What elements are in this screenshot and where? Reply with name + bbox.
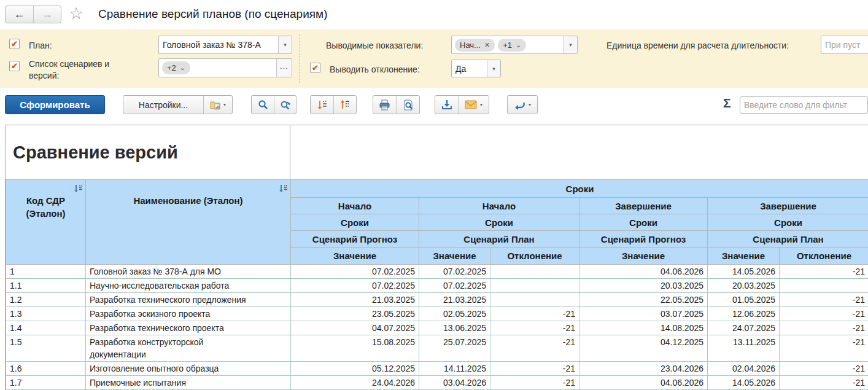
search-button[interactable] (252, 96, 274, 114)
report-variants-button[interactable]: ▾ (203, 96, 232, 114)
totals-sigma-icon[interactable]: Σ (723, 96, 731, 111)
forward-button[interactable]: → (33, 6, 61, 23)
filter-word-input[interactable] (740, 100, 867, 110)
deviation-combobox[interactable]: Да ▾ (451, 60, 501, 77)
cell-value[interactable]: 20.03.2025 (579, 279, 708, 293)
cell-value[interactable]: 14.08.2025 (579, 321, 708, 335)
cell-code[interactable]: 1.7 (6, 376, 86, 390)
cell-name[interactable]: Разработка технического предложения (86, 293, 291, 307)
cell-deviation[interactable]: -21 (780, 376, 868, 390)
cell-value[interactable]: 23.04.2026 (579, 362, 708, 376)
cell-value[interactable]: 03.07.2025 (579, 307, 708, 321)
sort-descending-icon[interactable] (74, 184, 83, 193)
cell-value[interactable]: 05.12.2025 (291, 362, 419, 376)
cell-code[interactable]: 1.5 (6, 335, 86, 362)
deviation-dropdown-button[interactable]: ▾ (487, 60, 500, 77)
indicators-combobox[interactable]: Нач...✕ +1⌄ ▾ (451, 36, 578, 54)
plan-dropdown-button[interactable]: ▾ (278, 36, 292, 53)
cell-value[interactable] (780, 279, 868, 293)
cell-deviation[interactable]: 02.05.2025 (419, 307, 490, 321)
cell-deviation[interactable]: -21 (490, 321, 579, 335)
deviation-checkbox[interactable]: ✔ (310, 63, 320, 73)
cell-value[interactable]: 07.02.2025 (419, 265, 490, 279)
search-reset-button[interactable] (274, 96, 296, 114)
cell-deviation[interactable]: 14.05.2026 (708, 376, 780, 390)
cell-value[interactable]: 22.05.2025 (579, 293, 708, 307)
cell-deviation[interactable]: 14.05.2026 (708, 265, 780, 279)
cell-deviation[interactable]: -21 (780, 307, 868, 321)
indicator-tag[interactable]: Нач...✕ (455, 39, 495, 52)
cell-deviation[interactable]: -21 (490, 376, 579, 390)
cell-code[interactable]: 1 (6, 265, 86, 279)
cell-value[interactable]: 04.07.2025 (291, 321, 419, 335)
cell-name[interactable]: Приемочные испытания (86, 376, 291, 390)
cell-deviation[interactable]: 01.05.2025 (708, 293, 780, 307)
report-title-cell[interactable]: Сравнение версий (6, 125, 290, 179)
cell-value[interactable] (490, 279, 579, 293)
generate-button[interactable]: Сформировать (5, 95, 105, 114)
cell-deviation[interactable]: -21 (490, 307, 579, 321)
cell-deviation[interactable]: 02.04.2026 (708, 362, 780, 376)
cell-name[interactable]: Научно-исследовательская работа (86, 279, 291, 293)
cell-value[interactable]: 21.03.2025 (419, 293, 490, 307)
cell-deviation[interactable]: -21 (490, 362, 579, 376)
cell-deviation[interactable]: 13.11.2025 (708, 335, 780, 362)
cell-deviation[interactable]: -21 (490, 335, 579, 362)
cell-value[interactable]: 15.08.2025 (291, 335, 419, 362)
cell-deviation[interactable]: -21 (780, 321, 868, 335)
cell-deviation[interactable]: 13.06.2025 (419, 321, 490, 335)
close-icon[interactable]: ✕ (484, 41, 490, 49)
cell-value[interactable] (490, 293, 579, 307)
cell-value[interactable] (490, 265, 579, 279)
plan-combobox[interactable]: Головной заказ № 378-А ▾ (158, 36, 292, 54)
cell-deviation[interactable]: -21 (780, 362, 868, 376)
save-button[interactable] (435, 96, 458, 114)
scenarios-more-button[interactable]: ... (276, 59, 292, 77)
cell-deviation[interactable]: 14.11.2025 (419, 362, 490, 376)
cell-name[interactable]: Изготовление опытного образца (86, 362, 291, 376)
cell-value[interactable]: 24.04.2026 (291, 376, 419, 390)
scenarios-tag[interactable]: +2⌄ (162, 61, 190, 74)
cell-name[interactable]: Головной заказ № 378-А для МО (86, 265, 291, 279)
cell-code[interactable]: 1.6 (6, 362, 86, 376)
cell-value[interactable]: 07.02.2025 (291, 265, 419, 279)
cell-value[interactable]: 04.06.2026 (579, 265, 708, 279)
indicator-more-tag[interactable]: +1⌄ (498, 39, 526, 52)
send-mail-button[interactable]: ▾ (458, 96, 489, 114)
time-unit-field[interactable] (821, 36, 868, 54)
print-button[interactable] (373, 96, 396, 114)
cell-value[interactable]: 04.06.2026 (579, 376, 708, 390)
cell-deviation[interactable]: 03.04.2026 (419, 376, 490, 390)
cell-value[interactable]: 07.02.2025 (291, 279, 419, 293)
plan-checkbox[interactable]: ✔ (9, 39, 20, 49)
cell-deviation[interactable]: -21 (780, 293, 868, 307)
indicators-dropdown-button[interactable]: ▾ (564, 36, 577, 53)
cell-name[interactable]: Разработка эскизного проекта (86, 307, 291, 321)
scenarios-field[interactable]: +2⌄ ... (158, 58, 292, 77)
time-unit-input[interactable] (821, 40, 868, 50)
cell-deviation[interactable]: -21 (780, 265, 868, 279)
cell-value[interactable]: 23.05.2025 (291, 307, 419, 321)
print-preview-button[interactable] (396, 96, 419, 114)
sort-descending-icon[interactable] (279, 184, 288, 193)
cell-value[interactable]: 04.12.2025 (579, 335, 708, 362)
cell-code[interactable]: 1.4 (6, 321, 86, 335)
cell-value[interactable]: 21.03.2025 (291, 293, 419, 307)
back-button[interactable]: ← (6, 6, 33, 23)
cell-code[interactable]: 1.3 (6, 307, 86, 321)
undo-button[interactable]: ▾ (508, 96, 537, 114)
cell-value[interactable]: 20.03.2025 (708, 279, 780, 293)
cell-deviation[interactable]: -21 (780, 335, 868, 362)
cell-code[interactable]: 1.2 (6, 293, 86, 307)
cell-deviation[interactable]: 24.07.2025 (708, 321, 780, 335)
cell-value[interactable]: 07.02.2025 (419, 279, 490, 293)
cell-deviation[interactable]: 12.06.2025 (708, 307, 780, 321)
expand-groups-button[interactable] (311, 96, 333, 114)
filter-input-box[interactable] (740, 96, 868, 114)
header-code-column[interactable]: Код СДР (Эталон) (6, 180, 86, 265)
header-name-column[interactable]: Наименование (Эталон) (86, 180, 291, 265)
cell-code[interactable]: 1.1 (6, 279, 86, 293)
scenarios-checkbox[interactable]: ✔ (9, 61, 20, 71)
collapse-groups-button[interactable] (333, 96, 356, 114)
cell-deviation[interactable]: 25.07.2025 (419, 335, 490, 362)
